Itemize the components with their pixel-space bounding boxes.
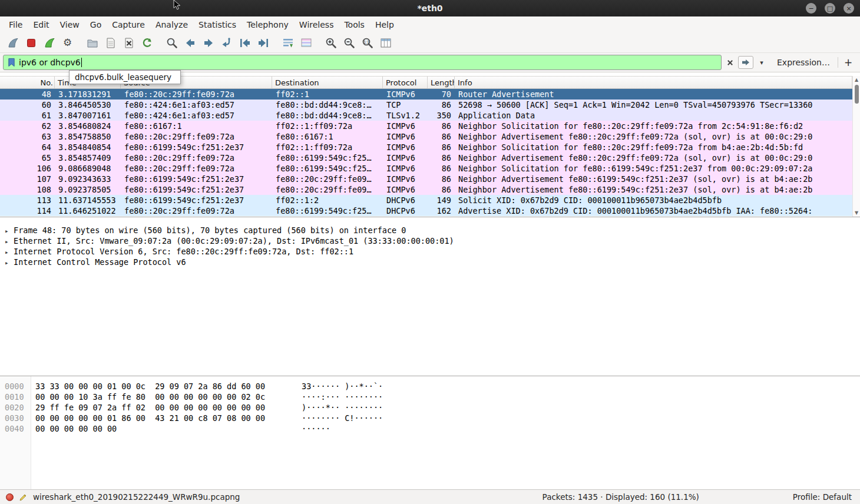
scroll-down-icon[interactable]: ▼ xyxy=(855,209,858,217)
hex-row[interactable]: 0020 29 ff fe 09 07 2a ff 02 00 00 00 00… xyxy=(0,402,860,413)
menu-item[interactable]: Statistics xyxy=(193,17,242,32)
packet-source: fe80::20c:29ff:fe09:72a xyxy=(121,89,272,100)
display-filter-input[interactable]: ipv6 or dhcpv6 xyxy=(3,55,722,70)
close-capture-button[interactable] xyxy=(120,35,138,51)
hex-row[interactable]: 0040 00 00 00 00 00 00 ······ xyxy=(0,423,860,434)
stop-capture-button[interactable] xyxy=(22,35,40,51)
minimize-button[interactable]: − xyxy=(806,3,816,14)
packet-destination: fe80::6167:1 xyxy=(272,131,383,142)
capture-options-button[interactable]: ⚙ xyxy=(58,35,77,51)
save-capture-button[interactable] xyxy=(101,35,120,51)
close-button[interactable]: × xyxy=(844,3,854,14)
scroll-up-icon[interactable]: ▲ xyxy=(855,76,858,84)
menu-item[interactable]: Tools xyxy=(339,17,370,32)
menu-item[interactable]: File xyxy=(4,17,28,32)
zoom-original-button[interactable]: 1:1 xyxy=(358,35,376,51)
go-first-packet-button[interactable] xyxy=(236,35,254,51)
expert-info-icon[interactable] xyxy=(6,493,14,501)
packet-row[interactable]: 107 9.092343633 fe80::6199:549c:f251:2e3… xyxy=(0,174,860,184)
go-last-packet-button[interactable] xyxy=(254,35,272,51)
packet-row[interactable]: 64 3.854840854 fe80::6199:549c:f251:2e37… xyxy=(0,142,860,152)
packet-list-scrollbar[interactable]: ▲ ▼ xyxy=(852,76,860,217)
go-forward-button[interactable] xyxy=(199,35,217,51)
menu-item[interactable]: Edit xyxy=(28,17,54,32)
packet-row[interactable]: 114 11.646251022 fe80::20c:29ff:fe09:72a… xyxy=(0,205,860,216)
menu-item[interactable]: Go xyxy=(85,17,107,32)
packet-protocol: ICMPv6 xyxy=(383,174,428,184)
main-toolbar: ⚙ xyxy=(0,33,860,53)
column-header[interactable]: Info xyxy=(455,77,852,88)
maximize-button[interactable]: □ xyxy=(825,3,835,14)
menu-item[interactable]: View xyxy=(55,17,85,32)
packet-row[interactable]: 61 3.847007161 fe80::424:6e1:af03:ed57 f… xyxy=(0,110,860,121)
column-header[interactable]: Protocol xyxy=(383,77,428,88)
packet-row[interactable]: 113 11.637145553 fe80::6199:549c:f251:2e… xyxy=(0,195,860,205)
title-bar[interactable]: *eth0 −□× xyxy=(0,0,860,16)
packet-protocol: TLSv1.2 xyxy=(383,110,428,121)
hex-row[interactable]: 0000 33 33 00 00 00 01 00 0c 29 09 07 2a… xyxy=(0,381,860,392)
packet-source: fe80::424:6e1:af03:ed57 xyxy=(121,110,272,121)
column-header[interactable]: No. xyxy=(0,77,55,88)
filter-history-dropdown-icon[interactable]: ▾ xyxy=(756,57,767,68)
capture-comment-icon[interactable] xyxy=(19,493,28,502)
menu-bar: FileEditViewGoCaptureAnalyzeStatisticsTe… xyxy=(0,16,860,33)
packet-row[interactable]: 106 9.086689048 fe80::20c:29ff:fe09:72a … xyxy=(0,163,860,174)
detail-row[interactable]: ▸Ethernet II, Src: Vmware_09:07:2a (00:0… xyxy=(5,236,860,246)
packet-row[interactable]: 60 3.846450530 fe80::424:6e1:af03:ed57 f… xyxy=(0,100,860,110)
packet-protocol: ICMPv6 xyxy=(383,131,428,142)
add-filter-button[interactable]: + xyxy=(841,57,855,68)
packet-counts: Packets: 1435 · Displayed: 160 (11.1%) xyxy=(543,492,699,502)
zoom-out-button[interactable] xyxy=(340,35,358,51)
packet-destination: fe80::6199:549c:f25… xyxy=(272,163,383,174)
restart-capture-button[interactable] xyxy=(40,35,58,51)
zoom-in-button[interactable] xyxy=(322,35,340,51)
packet-row[interactable]: 62 3.854680824 fe80::6167:1 ff02::1:ff09… xyxy=(0,121,860,131)
filter-clear-button[interactable] xyxy=(725,57,735,68)
packet-no: 114 xyxy=(0,205,55,216)
packet-destination: fe80::20c:29ff:fe09… xyxy=(272,174,383,184)
menu-item[interactable]: Wireless xyxy=(294,17,339,32)
packet-source: fe80::20c:29ff:fe09:72a xyxy=(121,205,272,216)
packet-protocol: DHCPv6 xyxy=(383,205,428,216)
start-capture-button[interactable] xyxy=(4,35,22,51)
packet-destination: ff02::1:ff09:72a xyxy=(272,121,383,131)
detail-row[interactable]: ▸Internet Control Message Protocol v6 xyxy=(5,257,860,267)
profile-label[interactable]: Profile: Default xyxy=(793,492,852,502)
packet-destination: fe80::6199:549c:f25… xyxy=(272,152,383,163)
menu-item[interactable]: Help xyxy=(370,17,399,32)
svg-text:1:1: 1:1 xyxy=(363,39,369,44)
detail-row[interactable]: ▸Internet Protocol Version 6, Src: fe80:… xyxy=(5,246,860,257)
expression-button[interactable]: Expression… xyxy=(772,56,835,69)
hex-row[interactable]: 0010 00 00 00 10 3a ff fe 80 00 00 00 00… xyxy=(0,392,860,402)
scrollbar-thumb[interactable] xyxy=(855,85,859,104)
reload-capture-button[interactable] xyxy=(138,35,156,51)
detail-row[interactable]: ▸Frame 48: 70 bytes on wire (560 bits), … xyxy=(5,225,860,236)
colorize-button[interactable] xyxy=(297,35,315,51)
packet-row[interactable]: 63 3.854758850 fe80::20c:29ff:fe09:72a f… xyxy=(0,131,860,142)
packet-protocol: ICMPv6 xyxy=(383,163,428,174)
expand-arrow-icon[interactable]: ▸ xyxy=(5,258,14,268)
menu-item[interactable]: Analyze xyxy=(150,17,193,32)
packet-row[interactable]: 108 9.092378505 fe80::6199:549c:f251:2e3… xyxy=(0,184,860,195)
open-capture-button[interactable] xyxy=(83,35,101,51)
hex-row[interactable]: 0030 00 00 00 00 00 01 86 00 43 21 00 c8… xyxy=(0,413,860,423)
column-header[interactable]: Destination xyxy=(272,77,383,88)
autocomplete-item[interactable]: dhcpv6.bulk_leasequery xyxy=(70,71,180,84)
packet-info: Application Data xyxy=(455,110,860,121)
filter-apply-button[interactable] xyxy=(738,56,753,69)
detail-text: Internet Control Message Protocol v6 xyxy=(14,257,186,267)
filter-bookmark-icon[interactable] xyxy=(7,57,16,68)
menu-item[interactable]: Telephony xyxy=(242,17,294,32)
menu-item[interactable]: Capture xyxy=(107,17,150,32)
resize-columns-button[interactable] xyxy=(376,35,395,51)
packet-destination: fe80::6199:549c:f25… xyxy=(272,205,383,216)
column-header[interactable]: Length xyxy=(428,77,455,88)
go-back-button[interactable] xyxy=(181,35,199,51)
packet-row[interactable]: 48 3.171831291 fe80::20c:29ff:fe09:72a f… xyxy=(0,89,860,100)
auto-scroll-button[interactable] xyxy=(279,35,297,51)
packet-time: 9.092343633 xyxy=(55,174,121,184)
go-to-packet-button[interactable] xyxy=(217,35,236,51)
find-packet-button[interactable] xyxy=(163,35,181,51)
packet-info: Neighbor Advertisement fe80::20c:29ff:fe… xyxy=(455,131,860,142)
packet-row[interactable]: 65 3.854857409 fe80::20c:29ff:fe09:72a f… xyxy=(0,152,860,163)
